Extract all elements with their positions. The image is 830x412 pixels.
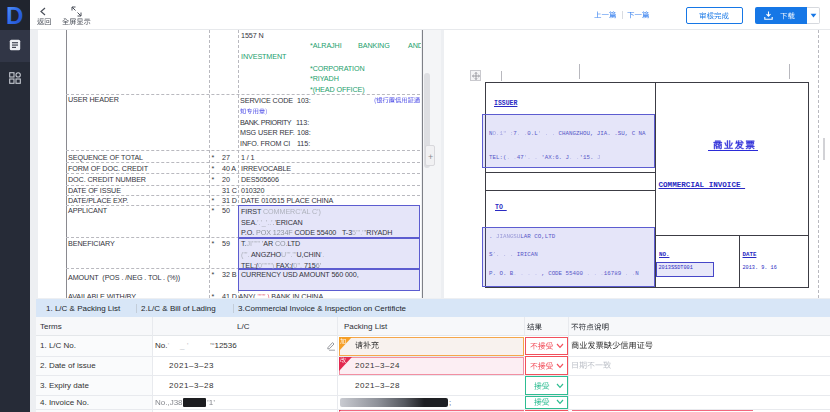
svg-text:D: D: [6, 2, 23, 28]
